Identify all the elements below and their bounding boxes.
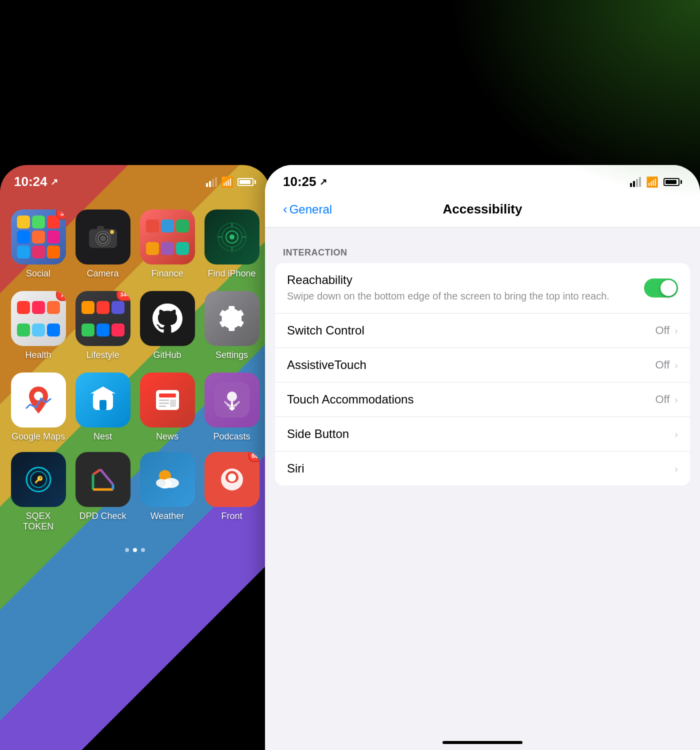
settings-card: Reachability Swipe down on the bottom ed… xyxy=(275,263,690,486)
camera-label: Camera xyxy=(86,268,118,279)
app-nest[interactable]: Nest xyxy=(74,372,131,442)
front-icon: 60 xyxy=(204,452,260,507)
health-icon: 7 xyxy=(11,291,66,346)
switch-control-right: Off › xyxy=(655,324,678,337)
app-github[interactable]: GitHub xyxy=(139,291,196,360)
assistivetouch-value: Off xyxy=(655,358,670,372)
battery-icon xyxy=(238,178,256,186)
lifestyle-label: Lifestyle xyxy=(86,350,119,360)
front-label: Front xyxy=(221,511,242,522)
app-settings[interactable]: Settings xyxy=(204,291,260,360)
googlemaps-label: Google Maps xyxy=(12,432,65,442)
reachability-subtitle: Swipe down on the bottom edge of the scr… xyxy=(287,289,610,303)
social-icon: 3 xyxy=(11,210,66,264)
app-front[interactable]: 60 Front xyxy=(204,452,260,532)
finance-icon xyxy=(140,210,195,264)
app-news[interactable]: News xyxy=(139,372,196,442)
assistivetouch-title: AssistiveTouch xyxy=(287,358,366,372)
svg-point-5 xyxy=(110,230,114,234)
switch-control-row[interactable]: Switch Control Off › xyxy=(275,314,690,348)
right-phone: 10:25 ↗ 📶 ‹ General Accessibility xyxy=(265,165,700,750)
back-chevron-icon: ‹ xyxy=(283,202,288,217)
dpd-label: DPD Check xyxy=(79,511,126,522)
lifestyle-badge: 344 xyxy=(116,291,130,301)
reachability-row[interactable]: Reachability Swipe down on the bottom ed… xyxy=(275,263,690,314)
left-home-indicator xyxy=(95,741,175,744)
siri-row[interactable]: Siri › xyxy=(275,452,690,486)
left-phone: 10:24 ↗ 📶 xyxy=(0,165,270,750)
svg-point-41 xyxy=(156,479,166,487)
svg-point-43 xyxy=(228,474,236,482)
github-label: GitHub xyxy=(153,350,181,360)
side-button-row[interactable]: Side Button › xyxy=(275,417,690,452)
news-icon xyxy=(140,372,195,428)
app-weather[interactable]: Weather xyxy=(139,452,196,532)
svg-marker-17 xyxy=(90,386,116,394)
svg-rect-4 xyxy=(97,226,104,230)
svg-rect-22 xyxy=(159,402,169,404)
svg-point-26 xyxy=(227,392,237,402)
health-label: Health xyxy=(25,350,51,360)
reachability-title: Reachability xyxy=(287,273,610,287)
settings-icon xyxy=(204,291,260,346)
nav-bar: ‹ General Accessibility xyxy=(265,196,700,228)
news-label: News xyxy=(156,432,178,442)
assistivetouch-left: AssistiveTouch xyxy=(287,358,366,372)
page-indicators xyxy=(0,542,270,558)
app-dpd[interactable]: DPD Check xyxy=(74,452,131,532)
page-dot-2 xyxy=(133,548,137,552)
side-button-title: Side Button xyxy=(287,427,349,441)
wifi-icon: 📶 xyxy=(221,176,234,188)
reachability-toggle[interactable] xyxy=(644,278,678,298)
touch-accommodations-title: Touch Accommodations xyxy=(287,392,414,406)
switch-control-value: Off xyxy=(655,324,670,337)
chevron-icon-3: › xyxy=(674,394,678,406)
svg-rect-21 xyxy=(159,400,169,401)
chevron-icon-2: › xyxy=(674,360,678,371)
left-status-bar: 10:24 ↗ 📶 xyxy=(0,165,270,194)
right-time-display: 10:25 xyxy=(283,174,316,190)
location-icon: ↗ xyxy=(50,176,58,188)
back-button[interactable]: ‹ General xyxy=(283,202,332,217)
svg-point-3 xyxy=(100,236,106,242)
app-findiphone[interactable]: Find iPhone xyxy=(204,210,260,279)
chevron-icon-4: › xyxy=(674,428,678,440)
right-home-indicator xyxy=(442,741,522,744)
assistivetouch-row[interactable]: AssistiveTouch Off › xyxy=(275,348,690,382)
time-display: 10:24 xyxy=(14,174,48,190)
bottom-app-row: 🔑 SQEX TOKEN DPD Check xyxy=(0,452,270,532)
app-podcasts[interactable]: Podcasts xyxy=(204,372,260,442)
svg-rect-18 xyxy=(100,400,106,410)
findiphone-icon xyxy=(204,210,260,264)
nest-label: Nest xyxy=(94,432,112,442)
github-icon xyxy=(140,291,195,346)
assistivetouch-right: Off › xyxy=(655,358,678,372)
svg-rect-32 xyxy=(86,462,120,497)
finance-label: Finance xyxy=(151,268,183,279)
nav-title: Accessibility xyxy=(443,202,522,217)
app-googlemaps[interactable]: Google Maps xyxy=(10,372,66,442)
weather-label: Weather xyxy=(150,511,184,522)
section-header: INTERACTION xyxy=(265,238,700,263)
app-lifestyle[interactable]: 344 Lifestyle xyxy=(74,291,131,360)
side-button-right: › xyxy=(674,428,678,440)
right-time: 10:25 ↗ xyxy=(283,174,327,190)
app-grid: 3 Social Camera xyxy=(0,194,270,452)
chevron-icon: › xyxy=(674,325,678,336)
svg-text:🔑: 🔑 xyxy=(34,476,43,484)
siri-left: Siri xyxy=(287,462,304,476)
switch-control-title: Switch Control xyxy=(287,324,364,338)
app-finance[interactable]: Finance xyxy=(139,210,196,279)
signal-icon xyxy=(206,177,217,187)
app-health[interactable]: 7 Health xyxy=(10,291,66,360)
sqex-label: SQEX TOKEN xyxy=(10,511,66,532)
camera-icon xyxy=(76,210,130,264)
findiphone-label: Find iPhone xyxy=(208,268,256,279)
siri-title: Siri xyxy=(287,462,304,476)
settings-label: Settings xyxy=(216,350,248,360)
touch-accommodations-row[interactable]: Touch Accommodations Off › xyxy=(275,382,690,417)
app-sqex[interactable]: 🔑 SQEX TOKEN xyxy=(10,452,66,532)
front-badge: 60 xyxy=(248,452,259,462)
app-camera[interactable]: Camera xyxy=(74,210,131,279)
app-social[interactable]: 3 Social xyxy=(10,210,66,279)
